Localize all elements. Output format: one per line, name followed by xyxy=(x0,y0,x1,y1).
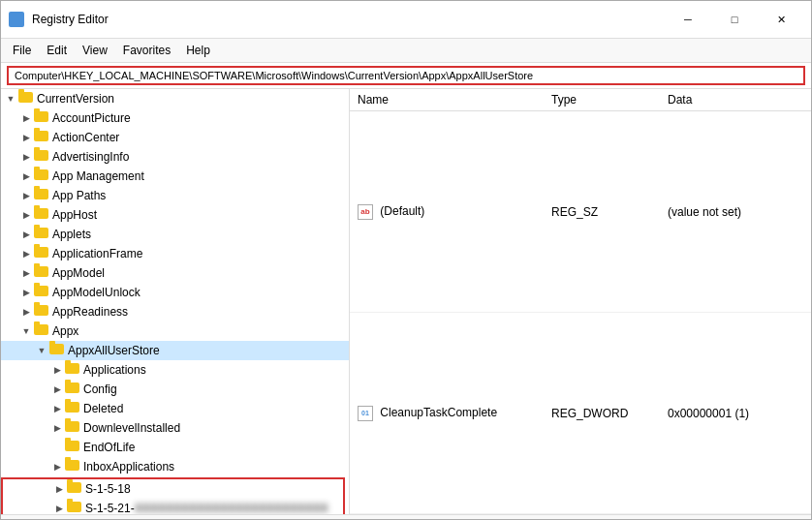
tree-label-end-of-life: EndOfLife xyxy=(83,441,135,454)
tree-item-app-management[interactable]: App Management xyxy=(1,167,349,186)
expander-deleted[interactable] xyxy=(49,401,65,416)
tree-item-app-readiness[interactable]: AppReadiness xyxy=(1,302,349,321)
tree-item-downlevel-installed[interactable]: DownlevelInstalled xyxy=(1,418,349,438)
expander-applets[interactable] xyxy=(18,227,34,242)
menu-view[interactable]: View xyxy=(75,41,115,60)
tree-item-appx-all-user-store[interactable]: AppxAllUserStore xyxy=(1,341,349,360)
minimize-button[interactable]: ─ xyxy=(666,5,710,34)
expander-config[interactable] xyxy=(49,382,65,397)
tree-label-s-1-5-18: S-1-5-18 xyxy=(85,482,131,496)
table-row-default[interactable]: ab (Default) REG_SZ (value not set) xyxy=(350,111,811,313)
folder-icon-appx-all-user-store xyxy=(49,344,65,357)
tree-item-deleted[interactable]: Deleted xyxy=(1,399,349,418)
tree-item-applications[interactable]: Applications xyxy=(1,360,349,380)
tree-item-inbox-applications[interactable]: InboxApplications xyxy=(1,457,349,476)
app-icon xyxy=(9,12,24,27)
tree-item-app-model-unlock[interactable]: AppModelUnlock xyxy=(1,283,349,302)
tree-item-advertising-info[interactable]: AdvertisingInfo xyxy=(1,147,349,167)
tree-item-action-center[interactable]: ActionCenter xyxy=(1,128,349,147)
cell-data-cleanup: 0x00000001 (1) xyxy=(660,313,811,514)
table-row-cleanup[interactable]: 01 CleanupTaskComplete REG_DWORD 0x00000… xyxy=(350,313,811,514)
tree-label-applications: Applications xyxy=(83,363,146,377)
tree-item-config[interactable]: Config xyxy=(1,380,349,399)
folder-icon-app-management xyxy=(34,169,49,183)
tree-label-account-picture: AccountPicture xyxy=(52,111,131,125)
col-header-data: Data xyxy=(660,89,811,111)
details-table: Name Type Data ab (Default) REG_SZ (valu… xyxy=(350,89,811,514)
tree-item-appx[interactable]: Appx xyxy=(1,321,349,341)
tree-item-app-paths[interactable]: App Paths xyxy=(1,186,349,205)
close-button[interactable]: ✕ xyxy=(759,5,803,34)
tree-label-app-model: AppModel xyxy=(52,266,105,280)
tree-item-app-host[interactable]: AppHost xyxy=(1,205,349,225)
cell-data-default: (value not set) xyxy=(660,111,811,313)
expander-app-host[interactable] xyxy=(18,207,34,223)
folder-icon-app-model-unlock xyxy=(34,286,49,299)
folder-icon-current-version xyxy=(18,92,34,106)
tree-label-app-readiness: AppReadiness xyxy=(52,305,128,319)
tree-item-application-frame[interactable]: ApplicationFrame xyxy=(1,244,349,263)
menu-file[interactable]: File xyxy=(5,41,39,60)
status-bar xyxy=(1,514,811,519)
tree-label-applets: Applets xyxy=(52,228,91,241)
folder-icon-downlevel-installed xyxy=(65,421,80,435)
expander-application-frame[interactable] xyxy=(18,246,34,261)
expander-app-paths[interactable] xyxy=(18,188,34,203)
tree-item-app-model[interactable]: AppModel xyxy=(1,263,349,283)
reg-sz-icon-default: ab xyxy=(358,204,373,220)
expander-app-readiness[interactable] xyxy=(18,304,34,320)
registry-editor-window: Registry Editor ─ □ ✕ File Edit View Fav… xyxy=(0,0,812,520)
folder-icon-app-paths xyxy=(34,189,49,202)
maximize-button[interactable]: □ xyxy=(712,5,757,34)
folder-icon-applets xyxy=(34,228,49,241)
expander-end-of-life xyxy=(49,440,65,455)
folder-icon-app-host xyxy=(34,208,49,222)
tree-item-s-1-5-21-a[interactable]: S-1-5-21-XXXXXXXXXXXXXXXXXXXXXXXXX xyxy=(3,499,343,514)
expander-applications[interactable] xyxy=(49,362,65,378)
title-bar-text: Registry Editor xyxy=(32,13,109,26)
tree-item-s-1-5-18[interactable]: S-1-5-18 xyxy=(3,479,343,499)
expander-app-model-unlock[interactable] xyxy=(18,285,34,300)
expander-s-1-5-21-a[interactable] xyxy=(51,501,67,514)
cell-value-name-default: (Default) xyxy=(380,204,424,218)
expander-action-center[interactable] xyxy=(18,130,34,145)
folder-icon-s-1-5-18 xyxy=(67,482,82,496)
cell-value-name-cleanup: CleanupTaskComplete xyxy=(380,406,497,419)
tree-item-applets[interactable]: Applets xyxy=(1,225,349,244)
tree-label-application-frame: ApplicationFrame xyxy=(52,247,142,260)
title-bar-controls: ─ □ ✕ xyxy=(666,5,803,34)
address-input[interactable] xyxy=(7,66,805,85)
folder-icon-s-1-5-21-a xyxy=(67,502,82,514)
tree-label-app-paths: App Paths xyxy=(52,189,106,202)
expander-current-version[interactable] xyxy=(3,91,18,107)
tree-label-inbox-applications: InboxApplications xyxy=(83,460,174,474)
expander-downlevel-installed[interactable] xyxy=(49,420,65,436)
folder-icon-config xyxy=(65,382,80,396)
tree-label-advertising-info: AdvertisingInfo xyxy=(52,150,129,164)
expander-app-model[interactable] xyxy=(18,265,34,281)
expander-advertising-info[interactable] xyxy=(18,149,34,165)
address-bar xyxy=(1,63,811,89)
expander-app-management[interactable] xyxy=(18,168,34,184)
tree-label-s-1-5-21-a: S-1-5-21-XXXXXXXXXXXXXXXXXXXXXXXXX xyxy=(85,502,328,514)
menu-favorites[interactable]: Favorites xyxy=(115,41,178,60)
tree-item-account-picture[interactable]: AccountPicture xyxy=(1,108,349,128)
expander-account-picture[interactable] xyxy=(18,110,34,126)
reg-dword-icon-cleanup: 01 xyxy=(358,406,373,421)
tree-item-end-of-life[interactable]: EndOfLife xyxy=(1,438,349,457)
expander-appx-all-user-store[interactable] xyxy=(34,343,49,358)
expander-appx[interactable] xyxy=(18,323,34,339)
title-bar: Registry Editor ─ □ ✕ xyxy=(1,1,811,39)
col-header-name: Name xyxy=(350,89,544,111)
folder-icon-app-readiness xyxy=(34,305,49,319)
folder-icon-advertising-info xyxy=(34,150,49,164)
tree-label-downlevel-installed: DownlevelInstalled xyxy=(83,421,180,435)
menu-edit[interactable]: Edit xyxy=(39,41,75,60)
menu-help[interactable]: Help xyxy=(178,41,218,60)
main-content: CurrentVersion AccountPicture ActionCent… xyxy=(1,89,811,514)
tree-item-current-version[interactable]: CurrentVersion xyxy=(1,89,349,108)
tree-panel[interactable]: CurrentVersion AccountPicture ActionCent… xyxy=(1,89,350,514)
cell-name-default: ab (Default) xyxy=(350,111,544,313)
expander-inbox-applications[interactable] xyxy=(49,459,65,474)
expander-s-1-5-18[interactable] xyxy=(51,481,67,497)
